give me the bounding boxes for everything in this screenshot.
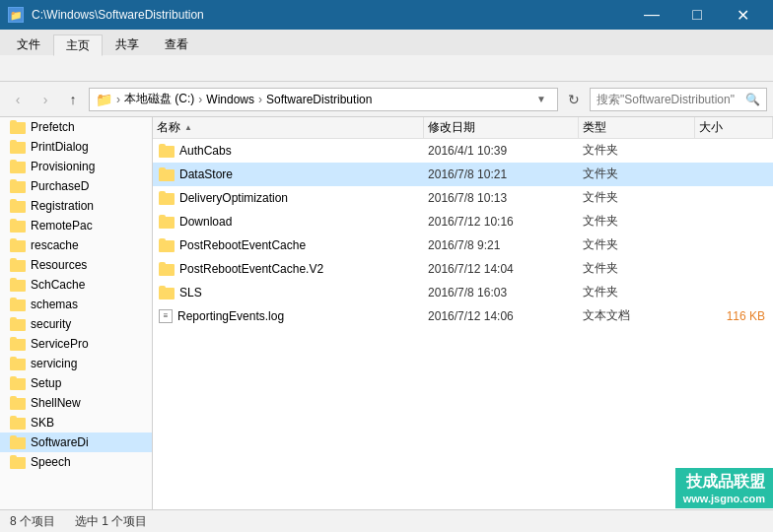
up-button[interactable]: ↑ [61, 88, 85, 111]
folder-icon [10, 258, 26, 272]
folder-icon [10, 278, 26, 292]
tab-home[interactable]: 主页 [53, 34, 103, 56]
path-windows[interactable]: Windows [206, 93, 254, 106]
sidebar-item[interactable]: Registration [0, 196, 152, 216]
file-date: 2016/7/8 16:03 [424, 286, 579, 299]
window-icon[interactable]: 📁 [8, 7, 24, 23]
sidebar-item[interactable]: schemas [0, 295, 152, 314]
sort-arrow: ▲ [184, 123, 192, 132]
file-name: AuthCabs [179, 144, 232, 158]
folder-icon [10, 160, 26, 173]
file-date: 2016/7/8 10:21 [424, 167, 579, 181]
folder-icon [159, 286, 175, 299]
path-dropdown-arrow[interactable]: ▼ [531, 94, 551, 104]
sidebar-item[interactable]: servicing [0, 354, 152, 373]
address-bar: ‹ › ↑ 📁 › 本地磁盘 (C:) › Windows › Software… [0, 82, 773, 117]
path-softwaredist[interactable]: SoftwareDistribution [266, 93, 372, 106]
file-name: DeliveryOptimization [179, 191, 288, 205]
table-row[interactable]: ≡ReportingEvents.log2016/7/12 14:06文本文档1… [153, 304, 773, 328]
search-box[interactable]: 🔍 [590, 88, 767, 111]
table-row[interactable]: AuthCabs2016/4/1 10:39文件夹 [153, 139, 773, 163]
folder-icon [10, 238, 26, 252]
close-button[interactable]: ✕ [720, 0, 765, 30]
file-name: Download [179, 215, 232, 229]
status-bar: 8 个项目 选中 1 个项目 [0, 509, 773, 532]
table-row[interactable]: Download2016/7/12 10:16文件夹 [153, 210, 773, 233]
file-type: 文件夹 [579, 213, 695, 230]
sidebar: PrefetchPrintDialogProvisioningPurchaseD… [0, 117, 153, 509]
refresh-button[interactable]: ↻ [562, 88, 586, 111]
sidebar-item[interactable]: PrintDialog [0, 137, 152, 157]
sidebar-item[interactable]: rescache [0, 235, 152, 255]
table-row[interactable]: DataStore2016/7/8 10:21文件夹 [153, 163, 773, 186]
sidebar-item[interactable]: SKB [0, 413, 152, 432]
folder-icon [159, 215, 175, 229]
search-input[interactable] [597, 93, 745, 106]
back-button[interactable]: ‹ [6, 88, 30, 111]
sidebar-item-label: Setup [31, 376, 61, 390]
col-header-name[interactable]: 名称 ▲ [153, 117, 424, 139]
file-name-cell: AuthCabs [153, 144, 424, 158]
sidebar-item-label: security [31, 317, 71, 331]
table-row[interactable]: SLS2016/7/8 16:03文件夹 [153, 281, 773, 304]
sidebar-item[interactable]: PurchaseD [0, 176, 152, 196]
folder-icon [10, 396, 26, 410]
main-area: PrefetchPrintDialogProvisioningPurchaseD… [0, 117, 773, 509]
file-size: 116 KB [695, 309, 773, 323]
tab-view[interactable]: 查看 [152, 33, 201, 55]
watermark: 技成品联盟 www.jsgno.com [675, 468, 773, 508]
table-row[interactable]: PostRebootEventCache2016/7/8 9:21文件夹 [153, 233, 773, 257]
file-type: 文件夹 [579, 260, 695, 277]
file-date: 2016/7/12 10:16 [424, 215, 579, 229]
folder-icon [10, 435, 26, 449]
file-name-cell: DeliveryOptimization [153, 191, 424, 205]
folder-icon [10, 416, 26, 430]
table-row[interactable]: DeliveryOptimization2016/7/8 10:13文件夹 [153, 186, 773, 210]
col-header-size[interactable]: 大小 [695, 117, 773, 139]
address-path[interactable]: 📁 › 本地磁盘 (C:) › Windows › SoftwareDistri… [89, 88, 558, 111]
file-type: 文件夹 [579, 189, 695, 206]
title-text: C:\Windows\SoftwareDistribution [32, 8, 629, 22]
path-c-drive[interactable]: 本地磁盘 (C:) [124, 91, 194, 107]
sidebar-item-label: ServicePro [31, 337, 89, 351]
file-name: ReportingEvents.log [177, 309, 284, 323]
sidebar-item[interactable]: Provisioning [0, 157, 152, 176]
tab-file[interactable]: 文件 [4, 33, 53, 55]
maximize-button[interactable]: □ [674, 0, 720, 30]
file-icon: ≡ [159, 309, 173, 323]
sidebar-item-label: servicing [31, 357, 77, 370]
file-date: 2016/7/12 14:04 [424, 262, 579, 276]
file-type: 文件夹 [579, 166, 695, 182]
file-list-header: 名称 ▲ 修改日期 类型 大小 [153, 117, 773, 139]
sidebar-item-label: SoftwareDi [31, 435, 89, 449]
sidebar-item[interactable]: RemotePac [0, 216, 152, 235]
title-bar-icons: 📁 [8, 7, 24, 23]
sidebar-item[interactable]: security [0, 314, 152, 334]
col-header-date[interactable]: 修改日期 [424, 117, 579, 139]
file-name-cell: DataStore [153, 167, 424, 181]
watermark-line1: 技成品联盟 [683, 472, 765, 493]
file-name-cell: PostRebootEventCache [153, 238, 424, 252]
sidebar-item[interactable]: Prefetch [0, 117, 152, 137]
table-row[interactable]: PostRebootEventCache.V22016/7/12 14:04文件… [153, 257, 773, 281]
sidebar-item[interactable]: SchCache [0, 275, 152, 295]
sidebar-item[interactable]: Resources [0, 255, 152, 275]
sidebar-item[interactable]: Setup [0, 373, 152, 393]
forward-button[interactable]: › [34, 88, 57, 111]
sidebar-item-label: SchCache [31, 278, 85, 292]
folder-icon [159, 144, 175, 158]
sidebar-item-label: RemotePac [31, 219, 93, 233]
sidebar-item-label: PrintDialog [31, 140, 89, 154]
file-date: 2016/7/12 14:06 [424, 309, 579, 323]
sidebar-item[interactable]: ShellNew [0, 393, 152, 413]
sidebar-item-label: Provisioning [31, 160, 95, 173]
minimize-button[interactable]: — [629, 0, 674, 30]
sidebar-item[interactable]: ServicePro [0, 334, 152, 354]
title-controls: — □ ✕ [629, 0, 765, 30]
tab-share[interactable]: 共享 [103, 33, 152, 55]
col-header-type[interactable]: 类型 [579, 117, 695, 139]
sidebar-item-label: Registration [31, 199, 94, 213]
folder-icon [159, 262, 175, 276]
sidebar-item[interactable]: SoftwareDi [0, 432, 152, 452]
sidebar-item[interactable]: Speech [0, 452, 152, 472]
